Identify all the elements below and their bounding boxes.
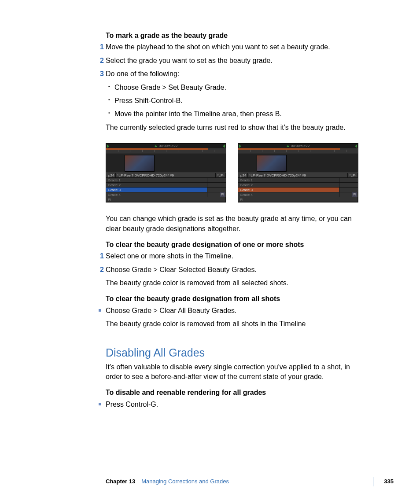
grade-2-row: Grade 2 xyxy=(106,183,207,187)
clip-prefix: p24 xyxy=(107,173,116,177)
step-3: 3 Do one of the following: xyxy=(106,69,365,79)
clip-name: *LP-Reel7-DVCPROHD-720p24* #9 xyxy=(116,173,216,177)
chapter-title: Managing Corrections and Grades xyxy=(141,478,229,486)
out-marker-icon xyxy=(355,144,357,148)
clear-step-2: 2 Choose Grade > Clear Selected Beauty G… xyxy=(106,265,365,275)
grade-1-row: Grade 1 xyxy=(238,178,339,182)
clip-suffix: *LP- xyxy=(348,173,358,177)
grade-1-row: Grade 1 xyxy=(106,178,207,182)
disabling-intro: It's often valuable to disable every sin… xyxy=(106,362,365,382)
grade-3-row-beauty: Grade 3 xyxy=(238,188,339,192)
in-marker-icon xyxy=(107,144,109,148)
step-1-text: Move the playhead to the shot on which y… xyxy=(106,43,330,51)
out-marker-icon xyxy=(223,144,225,148)
substep-pointer: Move the pointer into the Timeline area,… xyxy=(106,109,365,119)
clear-all-result: The beauty grade color is removed from a… xyxy=(106,319,365,329)
section-title-disabling: Disabling All Grades xyxy=(106,345,365,361)
step-1: 1 Move the playhead to the shot on which… xyxy=(106,42,365,52)
clear-step-num-1: 1 xyxy=(99,251,104,261)
mid-paragraph: You can change which grade is set as the… xyxy=(106,214,365,234)
timeline-after: 00:00:59:22 p24 *LP-Reel7-DVCPROHD-720p2… xyxy=(238,143,358,202)
substep-press: Press Shift-Control-B. xyxy=(106,96,365,106)
pi-row: PI xyxy=(106,197,226,202)
step-2-text: Select the grade you want to set as the … xyxy=(106,57,273,64)
heading-disable-reenable: To disable and reenable rendering for al… xyxy=(106,388,365,397)
clear-step-1: 1 Select one or more shots in the Timeli… xyxy=(106,251,365,261)
step-3-text: Do one of the following: xyxy=(106,70,179,77)
clear-step-1-text: Select one or more shots in the Timeline… xyxy=(106,252,233,260)
heading-mark-beauty: To mark a grade as the beauty grade xyxy=(106,31,365,40)
result-1: The currently selected grade turns rust … xyxy=(106,123,365,132)
heading-clear-selected: To clear the beauty grade designation of… xyxy=(106,240,365,250)
clip-suffix: *LP- xyxy=(216,173,226,177)
clip-thumbnail xyxy=(257,155,287,172)
grade-3-row-selected: Grade 3 xyxy=(106,188,207,192)
pi-row: PI xyxy=(238,197,358,202)
grade-2-row: Grade 2 xyxy=(238,183,339,187)
timeline-before: 00:00:59:22 p24 *LP-Reel7-DVCPROHD-720p2… xyxy=(106,143,226,202)
timecode: 00:00:59:22 xyxy=(159,143,177,148)
page-number: 335 xyxy=(384,478,394,485)
clear-all-bullet: Choose Grade > Clear All Beauty Grades. xyxy=(106,306,365,316)
disable-bullet: Press Control-G. xyxy=(106,400,365,409)
clear-step-num-2: 2 xyxy=(99,265,104,275)
step-num-1: 1 xyxy=(99,42,104,52)
page-footer: Chapter 13 Managing Corrections and Grad… xyxy=(106,478,394,486)
in-marker-icon xyxy=(239,144,241,148)
step-num-3: 3 xyxy=(99,69,104,79)
clip-thumbnail xyxy=(125,155,155,172)
pi-tag: PI xyxy=(352,192,357,197)
clip-name: *LP-Reel7-DVCPROHD-720p24* #9 xyxy=(248,173,348,177)
grade-4-row: Grade 4 xyxy=(106,192,207,197)
figure-timelines: 00:00:59:22 p24 *LP-Reel7-DVCPROHD-720p2… xyxy=(106,143,365,202)
timecode: 00:00:59:22 xyxy=(291,143,309,148)
step-2: 2 Select the grade you want to set as th… xyxy=(106,56,365,66)
clip-prefix: p24 xyxy=(239,173,248,177)
chapter-label: Chapter 13 xyxy=(106,478,135,486)
clear-step-2-text: Choose Grade > Clear Selected Beauty Gra… xyxy=(106,266,257,273)
heading-clear-all: To clear the beauty grade designation fr… xyxy=(106,294,365,304)
grade-4-row: Grade 4 xyxy=(238,192,339,197)
clear-result: The beauty grade color is removed from a… xyxy=(106,278,365,288)
step-num-2: 2 xyxy=(99,56,104,66)
pi-tag: PI xyxy=(220,192,225,197)
substep-choose: Choose Grade > Set Beauty Grade. xyxy=(106,83,365,92)
